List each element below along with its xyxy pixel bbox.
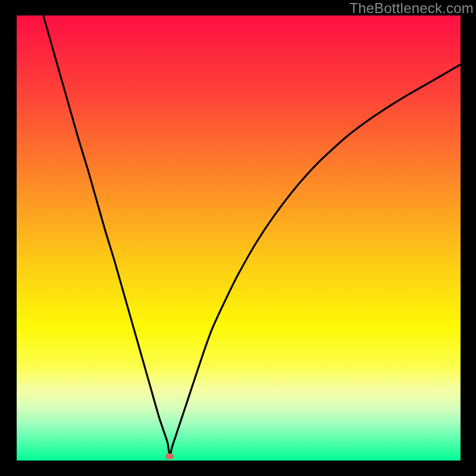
curve-layer [17,15,461,461]
bottleneck-curve-path [43,15,461,456]
watermark-text: TheBottleneck.com [349,0,474,17]
plot-area [17,15,461,461]
optimal-marker [165,453,174,459]
bottleneck-chart: TheBottleneck.com [0,0,476,476]
